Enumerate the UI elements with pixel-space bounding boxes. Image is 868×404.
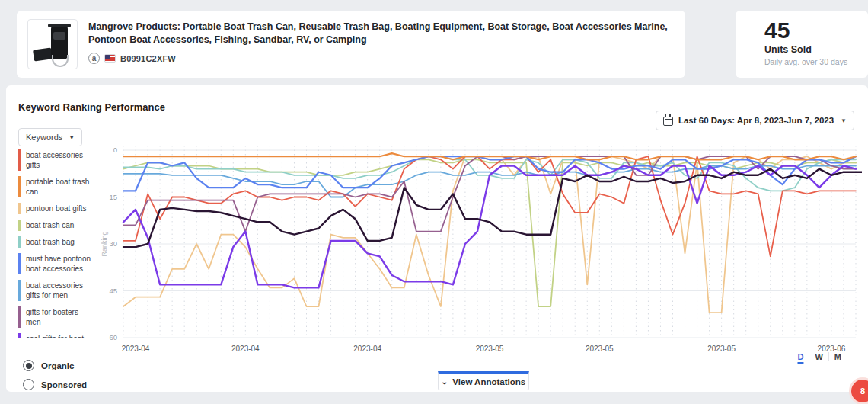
- organic-radio[interactable]: Organic: [23, 360, 87, 371]
- svg-text:30: 30: [109, 239, 117, 248]
- product-card: Mangrove Products: Portable Boat Trash C…: [17, 11, 685, 78]
- keywords-dropdown-label: Keywords: [26, 133, 62, 142]
- notification-count: 8: [860, 386, 865, 396]
- product-title: Mangrove Products: Portable Boat Trash C…: [88, 21, 675, 46]
- keyword-list: boat accessories giftsportable boat tras…: [18, 149, 94, 338]
- granularity-m-button[interactable]: M: [828, 352, 847, 361]
- view-annotations-label: View Annotations: [452, 377, 525, 386]
- chevron-down-icon: ▼: [69, 134, 75, 141]
- ranking-chart-svg: 015304560Ranking2023-042023-042023-04202…: [99, 141, 862, 367]
- chevron-down-icon: ▼: [841, 117, 847, 124]
- sponsored-radio[interactable]: Sponsored: [23, 379, 87, 390]
- granularity-w-button[interactable]: W: [809, 352, 828, 361]
- amazon-icon: a: [88, 53, 100, 64]
- keyword-chip[interactable]: boat accessories gifts for men: [18, 280, 94, 301]
- radio-selected-icon: [23, 360, 34, 371]
- section-title: Keyword Ranking Performance: [18, 101, 165, 113]
- product-asin: B0991C2XFW: [120, 54, 176, 63]
- radio-unselected-icon: [23, 379, 34, 390]
- us-flag-icon: [104, 54, 116, 63]
- date-range-label: Last 60 Days: Apr 8, 2023-Jun 7, 2023: [678, 116, 834, 125]
- handle-graphic: [52, 55, 69, 67]
- units-sold-card: 45 Units Sold Daily avg. over 30 days: [736, 11, 868, 78]
- sponsored-radio-label: Sponsored: [41, 380, 87, 390]
- units-sold-value: 45: [764, 18, 868, 43]
- keywords-dropdown-button[interactable]: Keywords ▼: [18, 128, 82, 146]
- organic-radio-label: Organic: [41, 361, 74, 370]
- date-range-selector[interactable]: Last 60 Days: Apr 8, 2023-Jun 7, 2023 ▼: [656, 111, 854, 130]
- svg-text:15: 15: [109, 193, 117, 201]
- product-image[interactable]: [27, 19, 78, 69]
- svg-text:60: 60: [109, 333, 117, 341]
- svg-text:2023-05: 2023-05: [707, 345, 736, 353]
- notification-badge[interactable]: 8: [851, 380, 868, 402]
- units-sold-label: Units Sold: [764, 44, 868, 55]
- svg-text:Ranking: Ranking: [101, 231, 108, 256]
- keyword-ranking-card: Keyword Ranking Performance Last 60 Days…: [6, 85, 868, 392]
- asin-row: a B0991C2XFW: [88, 53, 675, 64]
- keyword-chip[interactable]: must have pontoon boat accessories: [18, 253, 94, 274]
- granularity-toggle: DWM: [792, 352, 847, 361]
- svg-text:2023-04: 2023-04: [231, 345, 260, 353]
- rank-type-radio-group: Organic Sponsored: [23, 360, 87, 398]
- keyword-chip[interactable]: boat accessories gifts: [18, 149, 94, 171]
- keyword-chip[interactable]: portable boat trash can: [18, 176, 94, 197]
- svg-text:2023-04: 2023-04: [353, 345, 381, 353]
- series-line: [123, 156, 856, 191]
- calendar-icon: [663, 117, 673, 126]
- keyword-chip[interactable]: boat trash bag: [18, 236, 94, 248]
- chevron-down-icon: ⌄: [440, 378, 448, 386]
- series-line: [123, 156, 856, 191]
- keyword-chip[interactable]: boat trash can: [18, 220, 94, 231]
- svg-text:0: 0: [113, 146, 117, 154]
- units-sold-sublabel: Daily avg. over 30 days: [764, 57, 868, 66]
- svg-text:2023-05: 2023-05: [476, 345, 504, 353]
- view-annotations-button[interactable]: ⌄ View Annotations: [438, 371, 529, 390]
- keyword-chip[interactable]: gifts for boaters men: [18, 306, 94, 328]
- ranking-chart: 015304560Ranking2023-042023-042023-04202…: [99, 141, 862, 367]
- svg-text:2023-05: 2023-05: [586, 345, 614, 353]
- svg-text:2023-04: 2023-04: [122, 345, 150, 353]
- keyword-chip[interactable]: cool gifts for boat owners: [18, 333, 94, 338]
- svg-text:45: 45: [109, 287, 117, 295]
- keyword-chip[interactable]: pontoon boat gifts: [18, 203, 94, 214]
- granularity-d-button[interactable]: D: [792, 352, 809, 361]
- trash-bag-graphic: [33, 47, 53, 61]
